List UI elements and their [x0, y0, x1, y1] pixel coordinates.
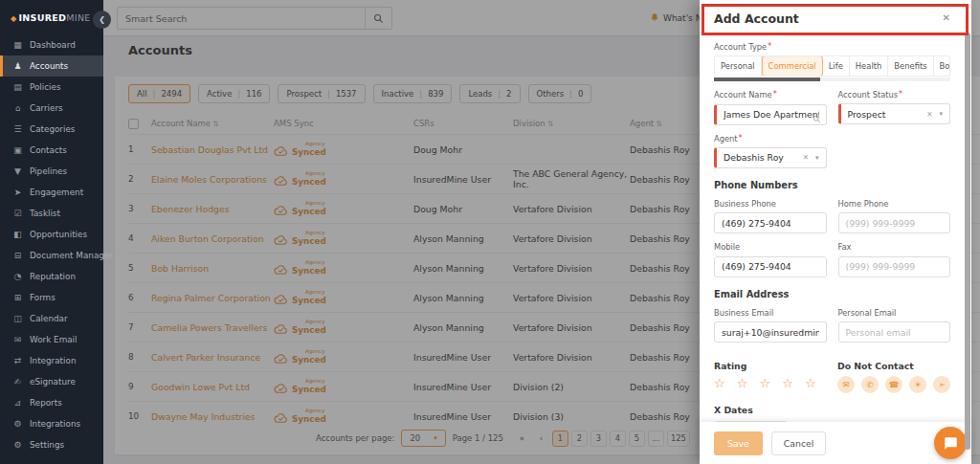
sidebar-item-policies[interactable]: ▤ Policies — [0, 77, 103, 98]
gauge-icon: ◔ — [12, 272, 23, 281]
sidebar-item-calendar[interactable]: ◫ Calendar — [0, 308, 103, 329]
sync-arrows-icon: ⇄ — [12, 356, 23, 365]
sidebar-item-accounts[interactable]: ♟ Accounts — [0, 55, 103, 77]
sidebar-item-label: Accounts — [30, 61, 68, 71]
sidebar-item-integration[interactable]: ⇄ Integration — [0, 350, 103, 371]
sidebar-item-label: Integrations — [30, 419, 80, 429]
sidebar-item-label: eSignature — [30, 377, 76, 387]
sidebar-item-document-manager[interactable]: ⊟ Document Manager — [0, 245, 103, 266]
categories-icon: ☰ — [12, 124, 23, 134]
drawer-scrollbar[interactable] — [965, 33, 970, 450]
sidebar-item-label: Categories — [30, 124, 75, 134]
sidebar-item-label: Forms — [30, 293, 56, 302]
chat-fab-button[interactable] — [934, 427, 967, 459]
sidebar-item-settings[interactable]: ⚙ Settings — [0, 434, 103, 455]
sidebar-item-integrations[interactable]: ⚙ Integrations — [0, 413, 103, 434]
accounts-icon: ♟ — [12, 61, 23, 71]
account-type-tab[interactable]: Health — [850, 56, 889, 76]
sidebar-item-label: Document Manager — [30, 251, 113, 260]
sidebar-item-engagement[interactable]: ➤ Engagement — [0, 182, 103, 203]
fax-input[interactable] — [838, 256, 951, 277]
sidebar-item-carriers[interactable]: ⌂ Carriers — [0, 98, 103, 119]
sidebar-item-label: Opportunities — [30, 230, 87, 239]
business-phone-input[interactable] — [714, 212, 827, 233]
home-phone-label: Home Phone — [838, 199, 951, 209]
account-type-tab[interactable]: Bonds — [934, 56, 950, 76]
do-not-contact-options: ✉ ✆ ☎ ☀ ➣ — [837, 376, 950, 393]
gear-cluster-icon: ⚙ — [12, 419, 23, 429]
forms-icon: ⊞ — [12, 293, 23, 302]
campaign-icon[interactable]: ➣ — [933, 376, 950, 393]
cancel-button[interactable]: Cancel — [771, 431, 827, 455]
account-status-select[interactable]: Prospect ✕ ▾ — [838, 103, 951, 124]
sidebar-item-opportunities[interactable]: ◧ Opportunities — [0, 224, 103, 245]
mobile-label: Mobile — [714, 242, 827, 252]
phone-numbers-heading: Phone Numbers — [714, 180, 950, 190]
email-address-heading: Email Address — [714, 289, 950, 299]
agent-label: Agent* — [714, 134, 827, 144]
sidebar-item-work-email[interactable]: ✉ Work Email — [0, 329, 103, 350]
drip-icon[interactable]: ☀ — [909, 376, 926, 393]
account-name-input[interactable] — [714, 104, 827, 125]
sidebar-item-tasklist[interactable]: ☑ Tasklist — [0, 203, 103, 224]
megaphone-icon: ➤ — [12, 188, 23, 197]
account-type-tab[interactable]: Personal — [715, 56, 762, 76]
sidebar-item-label: Contacts — [30, 145, 67, 155]
personal-email-input[interactable] — [838, 321, 951, 342]
sidebar-item-label: Engagement — [30, 188, 83, 197]
signature-icon: ✍ — [12, 377, 23, 387]
personal-email-label: Personal Email — [838, 308, 951, 318]
save-button[interactable]: Save — [714, 431, 763, 455]
brand-light: MINE — [66, 12, 90, 23]
x-dates-label: X Dates — [714, 405, 950, 415]
home-phone-input[interactable] — [838, 212, 951, 233]
sidebar-item-label: Carriers — [30, 103, 63, 113]
sidebar-item-label: Integration — [30, 356, 76, 365]
sidebar-item-reputation[interactable]: ◔ Reputation — [0, 266, 103, 287]
account-type-tabs: Personal Commercial Life Health Benefits… — [714, 55, 950, 77]
clear-icon[interactable]: ✕ — [926, 110, 932, 119]
do-not-contact-label: Do Not Contact — [837, 361, 950, 371]
drawer-body: Account Type* Personal Commercial Life H… — [700, 36, 964, 422]
sidebar-item-forms[interactable]: ⊞ Forms — [0, 287, 103, 308]
account-name-label: Account Name* — [714, 90, 827, 99]
sidebar: ◆INSUREDMINE ▦ Dashboard ♟ Accounts ▤ Po… — [0, 0, 103, 464]
business-email-label: Business Email — [714, 308, 827, 318]
sidebar-item-label: Work Email — [30, 335, 77, 344]
account-type-tab[interactable]: Life — [823, 56, 850, 76]
rating-stars[interactable]: ☆ ☆ ☆ ☆ ☆ — [714, 376, 826, 390]
sidebar-collapse-button[interactable]: ❮ — [93, 11, 111, 29]
chat-icon — [944, 436, 958, 451]
sidebar-item-esignature[interactable]: ✍ eSignature — [0, 371, 103, 392]
sidebar-item-contacts[interactable]: ▣ Contacts — [0, 140, 103, 161]
funnel-icon: ▼ — [12, 166, 23, 176]
phone-icon[interactable]: ☎ — [885, 376, 902, 393]
agent-value: Debashis Roy — [724, 152, 803, 163]
sidebar-item-dashboard[interactable]: ▦ Dashboard — [0, 34, 103, 55]
mobile-input[interactable] — [714, 256, 827, 277]
sidebar-item-reports[interactable]: ⊿ Reports — [0, 392, 103, 413]
close-icon[interactable]: ✕ — [943, 12, 950, 23]
sidebar-item-label: Reputation — [30, 272, 76, 281]
bar-chart-icon: ◧ — [12, 230, 23, 239]
carriers-icon: ⌂ — [12, 103, 23, 113]
chevron-down-icon: ▾ — [939, 110, 943, 118]
folder-icon: ⊟ — [12, 251, 23, 260]
account-type-tab[interactable]: Benefits — [888, 56, 933, 76]
rating-label: Rating — [714, 361, 826, 371]
sidebar-item-categories[interactable]: ☰ Categories — [0, 119, 103, 140]
sidebar-item-pipelines[interactable]: ▼ Pipelines — [0, 161, 103, 182]
email-icon[interactable]: ✉ — [837, 376, 855, 393]
gear-icon: ⚙ — [12, 440, 23, 450]
add-account-drawer: Add Account ✕ Account Type* Personal Com… — [700, 0, 971, 464]
sidebar-item-label: Pipelines — [30, 166, 67, 176]
business-phone-label: Business Phone — [714, 199, 827, 209]
drawer-title: Add Account — [714, 11, 799, 26]
account-type-tab[interactable]: Commercial — [762, 55, 823, 77]
app-logo: ◆INSUREDMINE — [0, 0, 103, 34]
sms-icon[interactable]: ✆ — [861, 376, 879, 393]
agent-select[interactable]: Debashis Roy ✕ ▾ — [714, 147, 827, 168]
business-email-input[interactable] — [714, 321, 827, 342]
search-icon — [813, 115, 821, 123]
clear-icon[interactable]: ✕ — [803, 153, 809, 162]
